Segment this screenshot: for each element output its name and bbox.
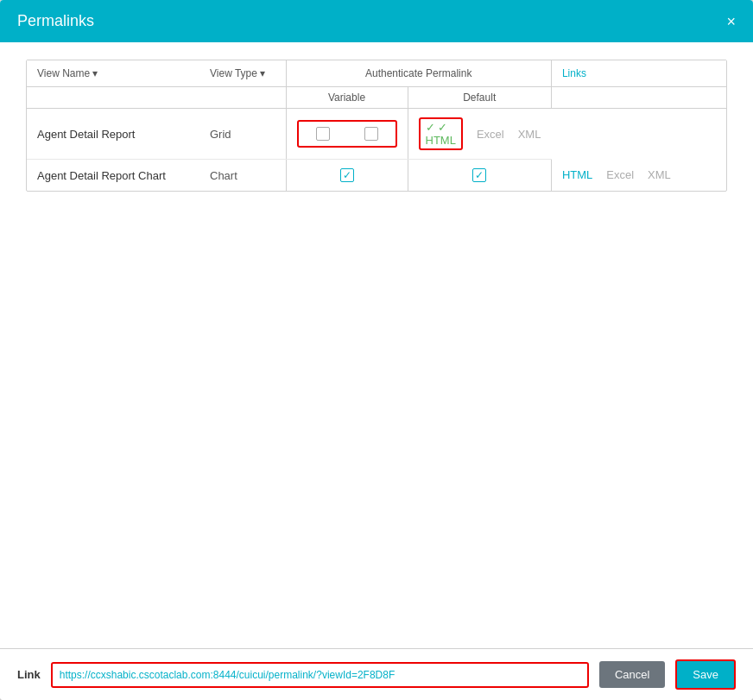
row2-view-type: Chart — [199, 160, 286, 192]
row2-xml-link[interactable]: XML — [648, 168, 671, 181]
table-subheader-row: Variable Default — [27, 87, 726, 109]
row2-excel-link[interactable]: Excel — [606, 168, 634, 181]
row2-variable-cell: ✓ — [286, 160, 408, 192]
row1-default-checkbox[interactable] — [364, 127, 378, 141]
col-header-authenticate: Authenticate Permalink — [286, 60, 551, 87]
col-header-default: Default — [408, 87, 551, 109]
row1-view-name: Agent Detail Report — [27, 109, 199, 160]
dialog-header: Permalinks × — [0, 0, 753, 42]
row2-view-name: Agent Detail Report Chart — [27, 160, 199, 192]
row1-auth-highlight — [297, 120, 397, 148]
row2-default-cell: ✓ — [408, 160, 551, 192]
checkmark-icon: ✓ — [438, 121, 447, 134]
permalinks-dialog: Permalinks × View Name ▾ View Type ▾ — [0, 0, 753, 700]
row1-html-link[interactable]: ✓ HTML — [426, 121, 456, 147]
row1-excel-link[interactable]: Excel — [477, 128, 504, 141]
row1-html-highlight: ✓ HTML — [419, 117, 463, 150]
link-input[interactable] — [51, 662, 589, 688]
row1-variable-checkbox[interactable] — [316, 127, 330, 141]
col-header-links: Links — [551, 60, 726, 87]
permalinks-table: View Name ▾ View Type ▾ Authenticate Per… — [27, 60, 726, 191]
save-button[interactable]: Save — [675, 659, 736, 690]
permalinks-table-container: View Name ▾ View Type ▾ Authenticate Per… — [26, 60, 727, 192]
table-row: Agent Detail Report Grid — [27, 109, 726, 160]
row1-view-type: Grid — [199, 109, 286, 160]
sort-icon: ▾ — [260, 67, 265, 79]
table-body: Agent Detail Report Grid — [27, 109, 726, 192]
col-header-view-name[interactable]: View Name ▾ — [27, 60, 199, 87]
dialog-title: Permalinks — [17, 12, 94, 30]
row2-links-cell: HTML Excel XML — [551, 160, 726, 192]
row2-variable-checkbox[interactable]: ✓ — [340, 168, 354, 182]
cancel-button[interactable]: Cancel — [599, 661, 665, 688]
dialog-footer: Link Cancel Save — [0, 648, 753, 700]
row2-html-link[interactable]: HTML — [562, 168, 592, 181]
row2-default-checkbox[interactable]: ✓ — [472, 168, 486, 182]
table-header-row: View Name ▾ View Type ▾ Authenticate Per… — [27, 60, 726, 87]
link-label: Link — [17, 668, 41, 681]
sort-icon: ▾ — [92, 67, 98, 79]
row1-links-cell: ✓ HTML Excel XML — [408, 109, 551, 160]
dialog-body: View Name ▾ View Type ▾ Authenticate Per… — [0, 42, 753, 648]
row1-xml-link[interactable]: XML — [518, 128, 541, 141]
table-row: Agent Detail Report Chart Chart ✓ ✓ — [27, 160, 726, 192]
col-header-view-type[interactable]: View Type ▾ — [199, 60, 286, 87]
close-button[interactable]: × — [726, 14, 736, 29]
col-header-variable: Variable — [286, 87, 408, 109]
row1-variable-cell — [286, 109, 408, 160]
